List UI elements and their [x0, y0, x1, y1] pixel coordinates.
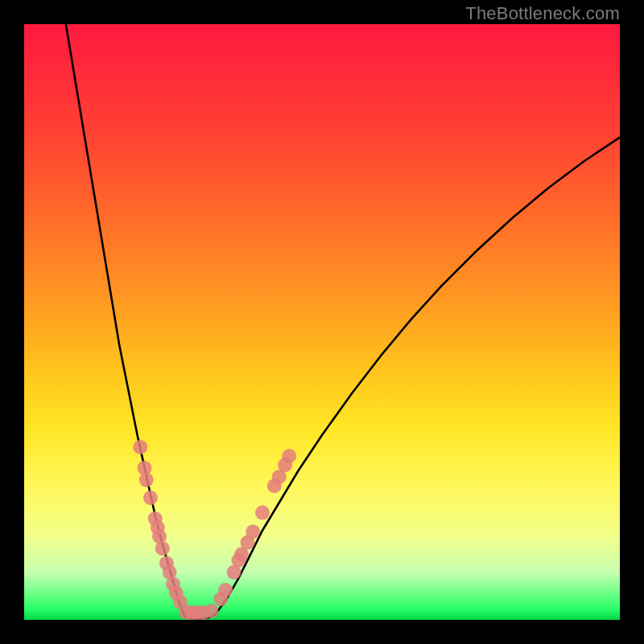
- data-dot: [204, 604, 218, 618]
- data-dot: [155, 541, 170, 555]
- data-dot: [139, 473, 154, 487]
- dots-group: [133, 440, 296, 620]
- chart-stage: TheBottleneck.com: [0, 0, 644, 644]
- data-dot: [218, 583, 233, 597]
- data-dot: [133, 440, 147, 454]
- data-dot: [255, 506, 270, 520]
- data-dot: [143, 490, 158, 505]
- data-dot: [246, 525, 260, 539]
- curve-layer: [0, 0, 644, 644]
- bottleneck-curve: [66, 24, 620, 619]
- data-dot: [282, 449, 296, 464]
